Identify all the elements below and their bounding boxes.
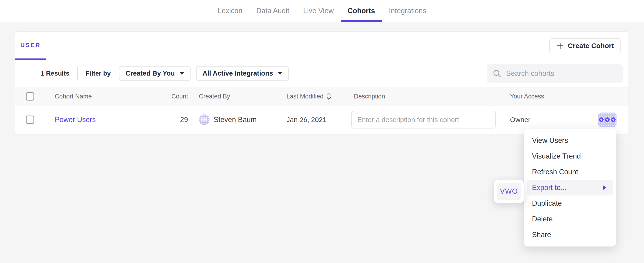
menu-item-visualize-trend[interactable]: Visualize Trend (524, 148, 616, 164)
top-navigation: Lexicon Data Audit Live View Cohorts Int… (0, 0, 644, 22)
nav-tab-data-audit[interactable]: Data Audit (249, 0, 296, 22)
last-modified-label: Last Modified (286, 93, 324, 100)
created-by-filter-value: Created By You (126, 70, 175, 77)
search-input[interactable] (506, 64, 623, 83)
create-cohort-button[interactable]: Create Cohort (549, 38, 621, 53)
search-icon (493, 69, 502, 78)
menu-item-share[interactable]: Share (524, 227, 616, 243)
cohort-name-link[interactable]: Power Users (55, 116, 96, 124)
integrations-filter-value: All Active Integrations (202, 70, 273, 77)
last-modified-date: Jan 26, 2021 (286, 116, 326, 124)
avatar: SB (199, 114, 210, 125)
nav-tab-cohorts[interactable]: Cohorts (341, 0, 382, 22)
more-options-icon (599, 117, 604, 122)
export-to-label: Export to... (532, 183, 566, 192)
menu-item-view-users[interactable]: View Users (524, 133, 616, 148)
nav-tab-lexicon[interactable]: Lexicon (211, 0, 250, 22)
description-input[interactable] (351, 111, 496, 128)
menu-item-refresh-count[interactable]: Refresh Count (524, 164, 616, 180)
column-header-last-modified[interactable]: Last Modified (286, 92, 332, 101)
created-by-filter-dropdown[interactable]: Created By You (119, 66, 190, 81)
filter-by-label: Filter by (86, 70, 111, 77)
row-actions-menu: View Users Visualize Trend Refresh Count… (524, 129, 616, 246)
results-count: 1 Results (41, 70, 70, 77)
export-submenu: VWO (494, 180, 524, 203)
cohort-type-tabs: USER Create Cohort (15, 32, 628, 60)
cohort-table-header: Cohort Name Count Created By Last Modifi… (15, 87, 628, 106)
create-cohort-label: Create Cohort (568, 42, 614, 50)
nav-tab-live-view[interactable]: Live View (296, 0, 340, 22)
select-all-checkbox[interactable] (26, 92, 34, 101)
row-checkbox[interactable] (26, 116, 34, 124)
chevron-down-icon (278, 72, 282, 75)
cohort-count: 29 (139, 116, 188, 124)
column-header-your-access: Your Access (510, 93, 544, 100)
chevron-down-icon (180, 72, 184, 75)
column-header-count: Count (139, 93, 188, 100)
tab-user[interactable]: USER (15, 32, 46, 60)
access-level: Owner (510, 116, 530, 124)
column-header-description: Description (354, 93, 385, 100)
submenu-arrow-icon (603, 185, 606, 190)
menu-item-delete[interactable]: Delete (524, 211, 616, 227)
nav-tab-integrations[interactable]: Integrations (382, 0, 433, 22)
menu-item-export-to[interactable]: Export to... (527, 180, 613, 195)
column-header-created-by: Created By (199, 93, 230, 100)
created-by-name: Steven Baum (214, 116, 257, 124)
menu-item-duplicate[interactable]: Duplicate (524, 195, 616, 211)
plus-icon (556, 42, 564, 50)
sort-icon[interactable] (326, 92, 332, 101)
submenu-item-vwo[interactable]: VWO (497, 183, 521, 200)
filter-bar: 1 Results Filter by Created By You All A… (15, 60, 628, 87)
row-actions-button[interactable] (598, 113, 616, 127)
search-cohorts-box (487, 64, 623, 83)
integrations-filter-dropdown[interactable]: All Active Integrations (196, 66, 289, 81)
vertical-divider (78, 67, 78, 80)
column-header-cohort-name: Cohort Name (55, 93, 92, 100)
cohorts-panel: USER Create Cohort 1 Results Filter by C… (15, 32, 629, 134)
